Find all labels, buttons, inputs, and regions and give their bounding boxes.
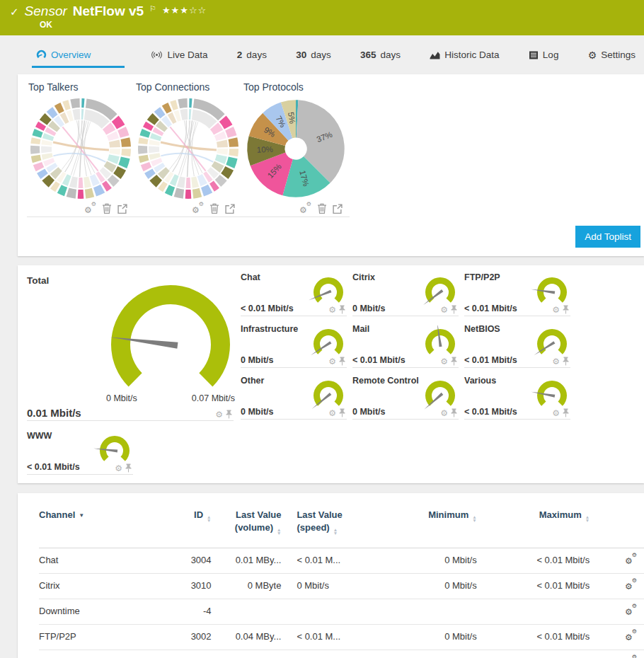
cell-max: < 0.01 Mbit/s	[477, 650, 590, 658]
toplist-settings-gears-icon[interactable]: ⚙⚙	[299, 203, 311, 214]
pin-icon[interactable]	[451, 357, 457, 366]
gear-icon[interactable]: ⚙	[440, 306, 448, 314]
gauge-value: < 0.01 Mbit/s	[464, 355, 517, 365]
priority-flag-icon[interactable]: ⚐	[149, 4, 156, 13]
channel-settings-gears-icon[interactable]: ⚙⚙	[625, 630, 637, 641]
column-header-minimum[interactable]: Minimum▲▼	[365, 503, 477, 548]
chord-chart[interactable]	[134, 95, 242, 205]
cell-min: 0 Mbit/s	[365, 624, 477, 650]
pin-icon[interactable]	[563, 305, 569, 314]
tab-historic-data[interactable]: Historic Data	[425, 42, 503, 68]
tab-log[interactable]: Log	[524, 42, 563, 68]
gauge-cell-remote-control: Remote Control0 Mbit/s⚙	[352, 374, 459, 420]
column-header-id[interactable]: ID▲▼	[168, 503, 211, 548]
tab-number: 365	[360, 50, 376, 60]
object-kind-label: Sensor	[25, 4, 67, 19]
cell-channel: Downtime	[39, 599, 168, 624]
delete-toplist-icon[interactable]	[102, 203, 112, 214]
open-toplist-external-icon[interactable]	[333, 204, 343, 214]
sort-updown-icon: ▲▼	[333, 528, 338, 535]
toplist-settings-gears-icon[interactable]: ⚙⚙	[84, 203, 96, 214]
pin-icon[interactable]	[451, 305, 457, 314]
chord-chart[interactable]	[27, 95, 134, 205]
column-label: Minimum	[428, 509, 468, 520]
cell-volume	[212, 599, 282, 624]
column-label-2: (speed)	[297, 522, 329, 533]
tab-label: Live Data	[168, 50, 208, 60]
gauge-scale-max: 0.07 Mbit/s	[192, 393, 235, 403]
pin-icon[interactable]	[339, 357, 345, 366]
gauge-cell-www: WWW< 0.01 Mbit/s⚙	[27, 429, 133, 475]
pin-icon[interactable]	[339, 305, 345, 314]
tab-label: Settings	[601, 50, 636, 60]
gauge-icon	[36, 50, 47, 60]
column-label: Maximum	[539, 509, 582, 520]
cell-channel: Infrastructure	[39, 650, 168, 658]
column-label-2: (volume)	[235, 522, 273, 533]
gear-icon[interactable]: ⚙	[552, 357, 560, 366]
open-toplist-external-icon[interactable]	[225, 204, 235, 214]
column-header-maximum[interactable]: Maximum▲▼	[477, 503, 590, 548]
table-row-citrix: Citrix30100 MByte0 Mbit/s0 Mbit/s< 0.01 …	[39, 573, 644, 599]
table-row-chat: Chat30040.01 MBy...< 0.01 M...0 Mbit/s< …	[39, 548, 644, 573]
pin-icon[interactable]	[563, 408, 569, 417]
column-header-actions	[590, 503, 644, 548]
protocols-pie-chart[interactable]: 37%17%15%10%9%7%5%	[242, 95, 350, 205]
gear-icon[interactable]: ⚙	[328, 306, 336, 314]
sort-caret-icon: ▼	[79, 512, 84, 519]
sort-updown-icon: ▲▼	[472, 515, 476, 522]
cell-id: -4	[168, 599, 211, 624]
toplist-settings-gears-icon[interactable]: ⚙⚙	[192, 203, 204, 214]
pin-icon[interactable]	[125, 463, 132, 473]
chart-icon	[430, 50, 440, 59]
tab-live-data[interactable]: Live Data	[146, 42, 212, 68]
gauge-value: 0 Mbit/s	[241, 407, 274, 417]
pin-icon[interactable]	[226, 410, 232, 419]
cell-speed	[281, 599, 365, 624]
column-label: Channel	[39, 509, 75, 520]
pin-icon[interactable]	[451, 408, 457, 417]
channel-settings-gears-icon[interactable]: ⚙⚙	[625, 605, 637, 616]
gear-icon[interactable]: ⚙	[328, 409, 336, 417]
delete-toplist-icon[interactable]	[209, 203, 219, 214]
pin-icon[interactable]	[563, 357, 569, 366]
tab-2-days[interactable]: 2days	[233, 42, 271, 68]
sensor-status-text: OK	[40, 20, 644, 30]
gauge-value: < 0.01 Mbit/s	[464, 304, 517, 313]
cell-min: 0 Mbit/s	[365, 573, 477, 599]
open-toplist-external-icon[interactable]	[117, 204, 127, 214]
cell-volume: 0.01 MBy...	[212, 548, 282, 573]
status-ok-icon: ✓	[10, 6, 19, 18]
add-toplist-button[interactable]: Add Toplist	[575, 226, 640, 248]
priority-stars[interactable]: ★★★☆☆	[162, 5, 207, 16]
sort-updown-icon: ▲▼	[585, 515, 590, 522]
tab-label: Log	[543, 50, 559, 60]
gear-icon[interactable]: ⚙	[440, 409, 448, 417]
gauge-value: < 0.01 Mbit/s	[464, 407, 517, 417]
gear-icon[interactable]: ⚙	[552, 306, 560, 314]
gear-icon[interactable]: ⚙	[552, 409, 560, 417]
channel-settings-gears-icon[interactable]: ⚙⚙	[625, 579, 637, 590]
column-header-channel[interactable]: Channel▼	[39, 503, 168, 548]
gauge-value: 0 Mbit/s	[352, 407, 386, 417]
gear-icon[interactable]: ⚙	[115, 464, 122, 473]
tab-30-days[interactable]: 30days	[292, 42, 335, 68]
column-header-last-valuespeed[interactable]: Last Value(speed)▲▼	[281, 503, 365, 548]
channel-table-panel: Channel▼ID▲▼Last Value(volume)▲▼Last Val…	[18, 493, 644, 658]
gear-icon[interactable]: ⚙	[328, 357, 336, 366]
channel-settings-gears-icon[interactable]: ⚙⚙	[625, 554, 637, 565]
gauge-scale-min: 0 Mbit/s	[106, 393, 137, 403]
cell-min: 0 Mbit/s	[365, 650, 477, 658]
tab-365-days[interactable]: 365days	[356, 42, 405, 68]
gear-icon[interactable]: ⚙	[215, 410, 223, 419]
pin-icon[interactable]	[339, 408, 345, 417]
channel-settings-gears-icon[interactable]: ⚙⚙	[625, 656, 637, 658]
delete-toplist-icon[interactable]	[317, 203, 327, 214]
toplists-panel: Top Talkers⚙⚙Top Connections⚙⚙Top Protoc…	[18, 74, 644, 256]
tab-overview[interactable]: Overview	[32, 42, 125, 68]
svg-text:5%: 5%	[287, 112, 297, 125]
sensor-title: NetFlow v5	[73, 4, 144, 19]
tab-settings[interactable]: ⚙Settings	[584, 42, 640, 68]
gear-icon[interactable]: ⚙	[440, 357, 448, 366]
column-header-last-valuevolume[interactable]: Last Value(volume)▲▼	[212, 503, 282, 548]
